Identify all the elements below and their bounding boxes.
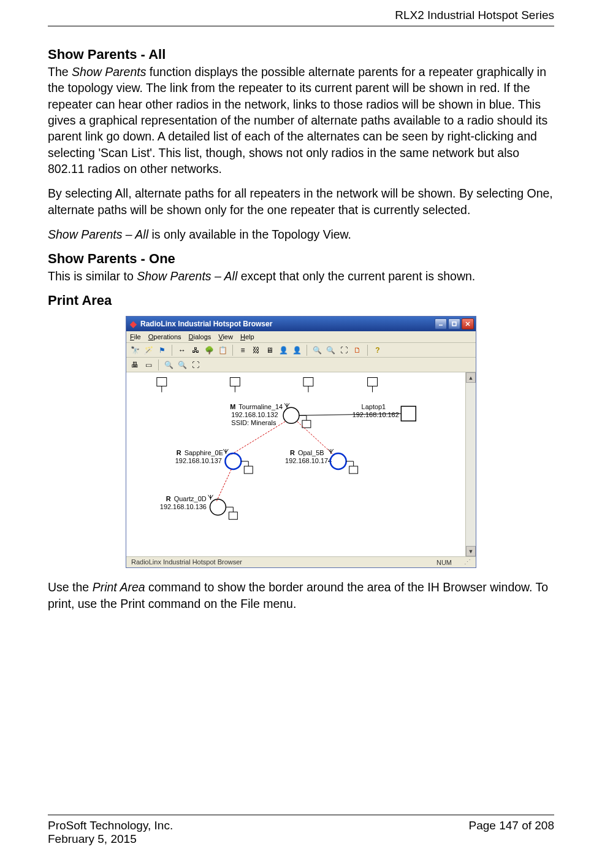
tree-icon[interactable]: 🌳 bbox=[204, 345, 214, 355]
footer-company: ProSoft Technology, Inc. bbox=[48, 819, 173, 832]
svg-text:192.168.10.162: 192.168.10.162 bbox=[352, 412, 399, 419]
heading-print-area: Print Area bbox=[48, 293, 554, 309]
vertical-scrollbar[interactable]: ▲ ▼ bbox=[465, 372, 476, 556]
svg-text:192.168.10.136: 192.168.10.136 bbox=[160, 503, 207, 510]
svg-rect-4 bbox=[157, 378, 167, 386]
flag-icon[interactable]: ⚑ bbox=[157, 345, 167, 355]
network-icon[interactable]: 🖧 bbox=[191, 345, 200, 355]
svg-point-27 bbox=[225, 454, 241, 470]
fit-icon[interactable]: ⛶ bbox=[339, 345, 349, 355]
text-fragment: function displays the possible alternate… bbox=[48, 65, 547, 175]
wand-icon[interactable]: 🪄 bbox=[143, 345, 153, 355]
svg-rect-6 bbox=[303, 378, 313, 386]
minimize-button[interactable] bbox=[435, 318, 447, 329]
app-icon: ◆ bbox=[130, 319, 137, 329]
window-titlebar[interactable]: ◆ RadioLinx Industrial Hotspot Browser bbox=[126, 317, 476, 331]
svg-point-16 bbox=[283, 408, 299, 424]
lock-icon[interactable]: 👤 bbox=[278, 345, 288, 355]
svg-text:Tourmaline_14: Tourmaline_14 bbox=[238, 404, 283, 411]
help-icon[interactable]: ? bbox=[373, 345, 383, 355]
svg-text:192.168.10.174: 192.168.10.174 bbox=[285, 457, 332, 464]
fit-icon[interactable]: ⛶ bbox=[191, 360, 200, 370]
print-area-icon[interactable]: ▭ bbox=[143, 360, 153, 370]
text-emphasis: Print Area bbox=[93, 580, 145, 594]
print-icon[interactable]: 🖶 bbox=[130, 360, 140, 370]
zoom-in-icon[interactable]: 🔍 bbox=[164, 360, 173, 370]
toolbar-primary: 🔭 🪄 ⚑ ↔ 🖧 🌳 📋 ≡ ⛓ 🖥 👤 👤 🔍 🔍 ⛶ 🗋 bbox=[126, 343, 476, 358]
text-fragment: is only available in the Topology View. bbox=[148, 228, 351, 241]
zoom-out-icon[interactable]: 🔍 bbox=[326, 345, 335, 355]
para-print-area-1: Use the Print Area command to show the b… bbox=[48, 579, 554, 612]
text-emphasis: Show Parents bbox=[72, 65, 146, 79]
para-show-parents-one-1: This is similar to Show Parents – All ex… bbox=[48, 268, 554, 284]
svg-text:M: M bbox=[230, 404, 235, 411]
menu-operations[interactable]: Operations bbox=[148, 333, 181, 340]
menu-file[interactable]: File bbox=[130, 333, 141, 340]
text-fragment: This is similar to bbox=[48, 269, 137, 283]
node-master[interactable]: M Tourmaline_14 192.168.10.132 SSID: Min… bbox=[230, 404, 311, 428]
scroll-up-icon[interactable]: ▲ bbox=[466, 372, 476, 383]
page-footer: ProSoft Technology, Inc. Page 147 of 208… bbox=[48, 815, 554, 846]
status-text: RadioLinx Industrial Hotspot Browser bbox=[131, 558, 242, 566]
para-show-parents-all-2: By selecting All, alternate paths for al… bbox=[48, 185, 554, 218]
svg-rect-30 bbox=[244, 466, 253, 474]
svg-rect-19 bbox=[302, 421, 311, 428]
scroll-down-icon[interactable]: ▼ bbox=[466, 546, 476, 556]
connect-icon[interactable]: ↔ bbox=[177, 345, 187, 355]
svg-text:192.168.10.137: 192.168.10.137 bbox=[175, 457, 222, 464]
node-laptop[interactable]: Laptop1 192.168.10.162 bbox=[352, 404, 416, 421]
header-product-name: RLX2 Industrial Hotspot Series bbox=[395, 9, 554, 22]
svg-text:Quartz_0D: Quartz_0D bbox=[174, 495, 207, 502]
window-title: RadioLinx Industrial Hotspot Browser bbox=[140, 320, 272, 328]
text-fragment: The bbox=[48, 65, 72, 79]
svg-text:R: R bbox=[177, 449, 181, 456]
text-fragment: except that only the current parent is s… bbox=[237, 269, 475, 283]
statusbar: RadioLinx Industrial Hotspot Browser NUM… bbox=[126, 556, 476, 567]
menu-help[interactable]: Help bbox=[240, 333, 254, 340]
zoom-out-icon[interactable]: 🔍 bbox=[177, 360, 187, 370]
topology-icon[interactable]: ⛓ bbox=[251, 345, 261, 355]
list-icon[interactable]: ≡ bbox=[238, 345, 248, 355]
user-icon[interactable]: 👤 bbox=[292, 345, 302, 355]
footer-date: February 5, 2015 bbox=[48, 832, 554, 846]
toolbar-secondary: 🖶 ▭ 🔍 🔍 ⛶ bbox=[126, 358, 476, 372]
svg-text:192.168.10.132: 192.168.10.132 bbox=[231, 412, 278, 419]
menu-dialogs[interactable]: Dialogs bbox=[189, 333, 211, 340]
menubar: File Operations Dialogs View Help bbox=[126, 331, 476, 343]
heading-show-parents-all: Show Parents - All bbox=[48, 47, 554, 63]
svg-text:SSID: Minerals: SSID: Minerals bbox=[231, 420, 276, 427]
text-emphasis: Show Parents – All bbox=[48, 228, 148, 241]
toolbar-divider bbox=[232, 345, 233, 356]
properties-icon[interactable]: 📋 bbox=[218, 345, 227, 355]
menu-view[interactable]: View bbox=[218, 333, 233, 340]
monitor-icon[interactable]: 🖥 bbox=[265, 345, 275, 355]
svg-text:Laptop1: Laptop1 bbox=[362, 404, 386, 411]
svg-text:Opal_5B: Opal_5B bbox=[298, 449, 324, 456]
toolbar-divider bbox=[367, 345, 368, 356]
zoom-in-icon[interactable]: 🔍 bbox=[312, 345, 322, 355]
maximize-button[interactable] bbox=[448, 318, 460, 329]
node-quartz[interactable]: R Quartz_0D 192.168.10.136 bbox=[160, 495, 238, 520]
node-sapphire[interactable]: R Sapphire_0E 192.168.10.137 bbox=[175, 449, 253, 474]
status-num: NUM bbox=[436, 559, 452, 566]
svg-rect-1 bbox=[452, 322, 456, 326]
svg-rect-22 bbox=[401, 407, 416, 421]
new-page-icon[interactable]: 🗋 bbox=[352, 345, 362, 355]
close-button[interactable] bbox=[462, 318, 474, 329]
topology-canvas[interactable]: M Tourmaline_14 192.168.10.132 SSID: Min… bbox=[126, 372, 465, 556]
header-rule bbox=[48, 26, 554, 26]
svg-text:R: R bbox=[290, 449, 295, 456]
svg-text:R: R bbox=[166, 495, 171, 502]
resize-grip-icon[interactable]: ⋰ bbox=[464, 558, 471, 566]
svg-text:Sapphire_0E: Sapphire_0E bbox=[185, 449, 223, 456]
footer-page: Page 147 of 208 bbox=[469, 819, 554, 832]
para-show-parents-all-3: Show Parents – All is only available in … bbox=[48, 226, 554, 242]
toolbar-divider bbox=[158, 359, 159, 371]
binoculars-icon[interactable]: 🔭 bbox=[130, 345, 140, 355]
svg-rect-7 bbox=[368, 378, 378, 386]
heading-show-parents-one: Show Parents - One bbox=[48, 251, 554, 267]
node-opal[interactable]: R Opal_5B 192.168.10.174 bbox=[285, 449, 358, 474]
svg-point-41 bbox=[210, 499, 226, 515]
svg-point-34 bbox=[330, 454, 346, 470]
para-show-parents-all-1: The Show Parents function displays the p… bbox=[48, 64, 554, 177]
